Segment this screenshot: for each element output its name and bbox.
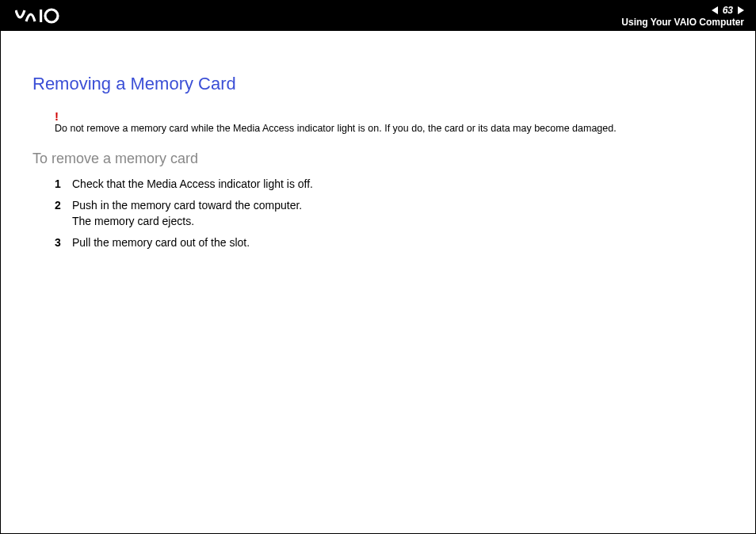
step-number: 1	[55, 177, 72, 193]
page-heading: Removing a Memory Card	[32, 74, 724, 94]
page-content: Removing a Memory Card ! Do not remove a…	[1, 31, 755, 251]
list-item: 3 Pull the memory card out of the slot.	[55, 235, 724, 251]
warning-block: ! Do not remove a memory card while the …	[55, 110, 724, 136]
page-number: 63	[721, 5, 735, 16]
step-number: 2	[55, 198, 72, 229]
page-nav: 63	[712, 5, 744, 16]
step-text: Check that the Media Access indicator li…	[72, 177, 724, 193]
header-bar: 63 Using Your VAIO Computer	[1, 1, 755, 31]
steps-list: 1 Check that the Media Access indicator …	[55, 177, 724, 251]
vaio-logo	[15, 7, 102, 25]
warning-icon: !	[55, 110, 724, 122]
list-item: 1 Check that the Media Access indicator …	[55, 177, 724, 193]
section-title: Using Your VAIO Computer	[621, 17, 744, 28]
list-item: 2 Push in the memory card toward the com…	[55, 198, 724, 229]
header-right: 63 Using Your VAIO Computer	[621, 5, 744, 28]
svg-rect-0	[40, 10, 42, 22]
step-text: Push in the memory card toward the compu…	[72, 198, 724, 229]
step-text: Pull the memory card out of the slot.	[72, 235, 724, 251]
step-number: 3	[55, 235, 72, 251]
svg-point-1	[45, 10, 58, 22]
next-page-arrow-icon[interactable]	[738, 6, 744, 14]
sub-heading: To remove a memory card	[32, 151, 724, 167]
warning-text: Do not remove a memory card while the Me…	[55, 122, 724, 136]
prev-page-arrow-icon[interactable]	[712, 6, 718, 14]
